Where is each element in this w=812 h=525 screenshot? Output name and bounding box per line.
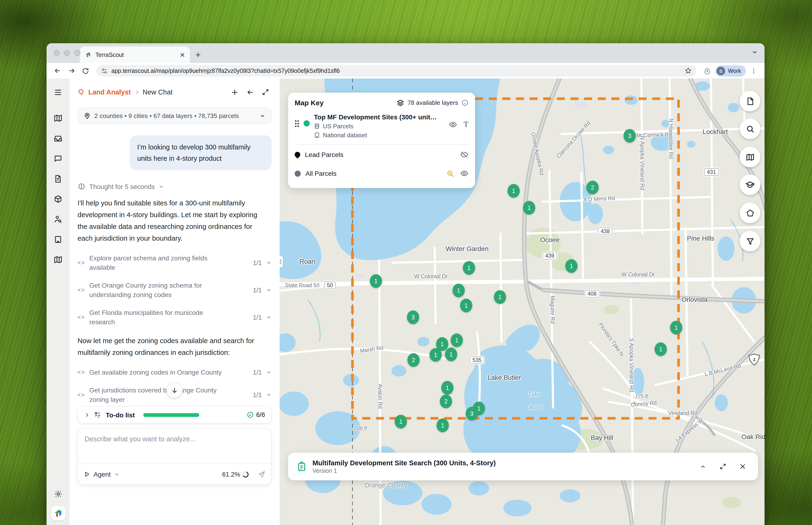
address-bar[interactable] bbox=[96, 65, 696, 77]
site-cluster-marker[interactable]: 1 bbox=[460, 299, 472, 312]
chevron-down-icon[interactable] bbox=[114, 472, 119, 477]
site-cluster-marker[interactable]: 2 bbox=[586, 181, 599, 194]
history-back-button[interactable] bbox=[244, 86, 256, 98]
panel-resize-handle[interactable] bbox=[280, 256, 283, 267]
drag-handle-icon[interactable] bbox=[295, 120, 299, 127]
site-cluster-marker[interactable]: 1 bbox=[670, 321, 682, 334]
site-cluster-marker[interactable]: 1 bbox=[445, 348, 457, 361]
site-cluster-marker[interactable]: 1 bbox=[441, 381, 454, 394]
chevron-down-icon[interactable] bbox=[266, 260, 272, 266]
layer-row-all-parcels[interactable]: All Parcels bbox=[295, 165, 469, 182]
chevron-down-icon[interactable] bbox=[266, 314, 272, 320]
scroll-to-bottom-button[interactable] bbox=[166, 382, 182, 398]
profile-chip[interactable]: B Work bbox=[715, 65, 746, 76]
sidebar-item-buildings[interactable] bbox=[50, 231, 66, 247]
sidebar-item-map[interactable] bbox=[50, 110, 66, 126]
site-cluster-marker[interactable]: 3 bbox=[407, 311, 419, 324]
site-cluster-marker[interactable]: 3 bbox=[624, 129, 636, 142]
layer-row-top-mf[interactable]: Top MF Development Sites (300+ unit… US … bbox=[295, 113, 469, 139]
site-cluster-marker[interactable]: 1 bbox=[565, 259, 578, 273]
mode-selector[interactable]: Agent bbox=[93, 470, 111, 478]
thought-toggle[interactable]: Thought for 5 seconds bbox=[78, 182, 272, 190]
chevron-down-icon[interactable] bbox=[266, 392, 272, 397]
new-tab-button[interactable]: + bbox=[196, 50, 201, 59]
site-cluster-marker[interactable]: 1 bbox=[395, 415, 407, 429]
tab-close-icon[interactable]: ✕ bbox=[180, 51, 185, 59]
reload-button[interactable] bbox=[79, 65, 92, 77]
sidebar-item-people-search[interactable] bbox=[50, 211, 66, 227]
tool-call-row[interactable]: <> Get Orange County zoning schema for u… bbox=[78, 276, 272, 304]
learn-tool-button[interactable] bbox=[740, 174, 760, 195]
sidebar-item-chat[interactable] bbox=[50, 150, 66, 166]
search-tool-button[interactable] bbox=[740, 118, 760, 139]
site-cluster-marker[interactable]: 1 bbox=[523, 201, 535, 214]
window-controls[interactable] bbox=[53, 50, 80, 56]
sidebar-item-map-layers[interactable] bbox=[50, 252, 66, 267]
chevron-right-icon[interactable] bbox=[84, 412, 90, 418]
breadcrumb-agent[interactable]: Land Analyst bbox=[88, 88, 131, 96]
filter-tool-button[interactable] bbox=[740, 231, 760, 252]
energy-saver-icon[interactable] bbox=[701, 65, 713, 77]
code-icon: <> bbox=[78, 369, 85, 376]
info-icon[interactable] bbox=[461, 99, 469, 106]
eye-off-icon[interactable] bbox=[460, 150, 469, 159]
documents-tool-button[interactable] bbox=[740, 91, 760, 111]
browser-tab[interactable]: TerraScout ✕ bbox=[80, 46, 190, 63]
map-canvas[interactable]: MontverdeLockhartWinter GardenOcoeePine … bbox=[280, 78, 765, 525]
back-button[interactable] bbox=[51, 65, 63, 77]
label-toggle-icon[interactable]: T bbox=[463, 120, 469, 129]
theme-sun-icon[interactable] bbox=[50, 486, 66, 502]
tool-call-row[interactable]: <> Get available zoning codes in Orange … bbox=[78, 363, 272, 381]
site-cluster-marker[interactable]: 1 bbox=[429, 348, 442, 362]
site-settings-icon[interactable] bbox=[101, 68, 108, 74]
site-cluster-marker[interactable]: 1 bbox=[453, 284, 465, 297]
map-layers-tool-button[interactable] bbox=[740, 147, 760, 167]
site-cluster-marker[interactable]: 2 bbox=[440, 394, 452, 408]
sidebar-item-documents[interactable] bbox=[50, 170, 66, 186]
browser-menu-icon[interactable] bbox=[748, 65, 760, 77]
chevron-down-icon[interactable] bbox=[266, 370, 272, 375]
sidebar-item-packages[interactable] bbox=[50, 191, 66, 207]
map-context-pill[interactable]: 2 counties • 9 cities • 67 data layers •… bbox=[78, 108, 272, 124]
todo-list-card[interactable]: To-do list 6/6 bbox=[78, 406, 272, 423]
new-chat-button[interactable] bbox=[228, 86, 241, 98]
available-layers-button[interactable]: 78 available layers bbox=[397, 99, 469, 106]
site-cluster-marker[interactable]: 2 bbox=[408, 353, 419, 367]
site-cluster-marker[interactable]: 1 bbox=[436, 419, 449, 432]
tool-call-row[interactable]: <> Get Florida municipalities for munico… bbox=[78, 304, 272, 331]
close-window-button[interactable] bbox=[53, 50, 60, 56]
draw-boundary-tool-button[interactable] bbox=[740, 202, 760, 223]
expand-plan-button[interactable] bbox=[716, 460, 730, 474]
expand-chat-button[interactable] bbox=[259, 86, 272, 98]
terrascout-logo[interactable] bbox=[51, 506, 65, 520]
site-cluster-marker[interactable]: 1 bbox=[494, 290, 506, 304]
site-cluster-marker[interactable]: 1 bbox=[507, 184, 520, 198]
layer-row-lead-parcels[interactable]: Lead Parcels bbox=[295, 146, 469, 164]
eye-icon[interactable] bbox=[448, 120, 457, 129]
tab-search-chevron-icon[interactable] bbox=[751, 49, 758, 56]
minimize-window-button[interactable] bbox=[64, 50, 70, 56]
site-cluster-marker[interactable]: 1 bbox=[370, 274, 382, 288]
site-cluster-marker[interactable]: 1 bbox=[463, 261, 475, 275]
site-cluster-marker[interactable]: 1 bbox=[655, 342, 667, 356]
url-input[interactable] bbox=[111, 68, 681, 74]
forward-button[interactable] bbox=[65, 65, 78, 77]
bookmark-star-icon[interactable] bbox=[685, 67, 692, 74]
chevron-down-icon[interactable] bbox=[259, 113, 265, 119]
collapse-plan-button[interactable] bbox=[696, 460, 710, 474]
close-plan-button[interactable] bbox=[735, 460, 750, 474]
composer-input[interactable] bbox=[78, 429, 271, 462]
send-icon[interactable] bbox=[258, 470, 265, 478]
eye-icon[interactable] bbox=[460, 169, 469, 178]
tool-call-row[interactable]: <> Explore parcel schema and zoning fiel… bbox=[78, 249, 272, 276]
menu-icon[interactable] bbox=[50, 84, 66, 100]
chevron-down-icon[interactable] bbox=[266, 287, 272, 293]
site-cluster-marker[interactable]: 3 bbox=[466, 407, 478, 420]
site-cluster-marker[interactable]: 1 bbox=[451, 333, 463, 347]
map-label-shield: 438 bbox=[598, 227, 613, 235]
zoom-in-icon[interactable] bbox=[446, 169, 455, 177]
sidebar-item-inbox[interactable] bbox=[50, 130, 66, 146]
zoom-window-button[interactable] bbox=[74, 50, 80, 56]
screen: TerraScout ✕ + bbox=[0, 0, 812, 525]
map-city-label: Oak Ridge bbox=[741, 433, 765, 440]
